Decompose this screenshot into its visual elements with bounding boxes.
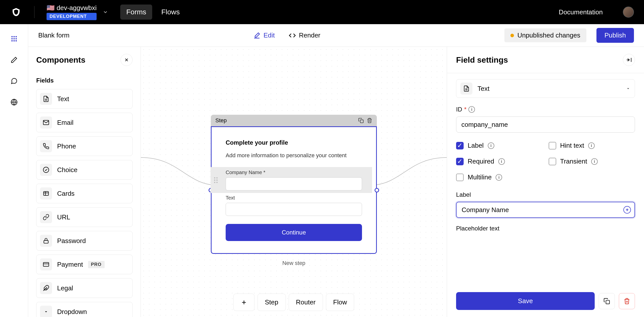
info-icon: i <box>498 158 505 165</box>
pro-badge: PRO <box>88 261 105 268</box>
mail-icon <box>40 116 52 129</box>
svg-point-17 <box>43 167 49 173</box>
add-variable-icon[interactable]: + <box>623 206 631 214</box>
cards-icon <box>40 187 52 200</box>
topbar: 🇺🇸dev-aggvwbxi DEVELOPMENT Forms Flows D… <box>0 0 644 24</box>
check-transient[interactable]: Transienti <box>549 157 635 165</box>
company-name-input-preview <box>226 177 362 190</box>
component-payment[interactable]: PaymentPRO <box>36 255 133 274</box>
canvas-toolbar: Step Router Flow <box>233 294 354 311</box>
link-icon <box>40 211 52 223</box>
component-text[interactable]: Text <box>36 89 133 109</box>
svg-point-4 <box>13 38 15 39</box>
check-multiline[interactable]: Multilinei <box>456 173 543 181</box>
collapse-icon[interactable] <box>623 54 635 66</box>
info-icon[interactable]: i <box>468 106 475 113</box>
svg-point-8 <box>15 40 17 42</box>
documentation-link[interactable]: Documentation <box>559 8 603 16</box>
svg-rect-22 <box>43 262 49 266</box>
credit-card-icon <box>40 258 52 270</box>
chevron-down-icon <box>103 9 108 15</box>
toolbar-router-button[interactable]: Router <box>289 294 323 311</box>
check-hint[interactable]: Hint texti <box>549 142 635 149</box>
component-password[interactable]: Password <box>36 231 133 251</box>
text-input-preview <box>226 203 362 216</box>
svg-point-7 <box>13 40 15 42</box>
info-icon: i <box>488 142 494 149</box>
trash-icon[interactable] <box>367 118 372 123</box>
tenant-name: dev-aggvwbxi <box>57 4 97 12</box>
document-icon <box>40 93 52 105</box>
info-icon: i <box>496 174 502 181</box>
step-subtitle: Add more information to personalize your… <box>226 151 362 160</box>
svg-point-1 <box>13 36 15 37</box>
publish-status: Unpublished changes <box>504 28 586 42</box>
duplicate-button[interactable] <box>599 293 615 309</box>
drag-handle-icon[interactable] <box>214 177 218 183</box>
svg-point-3 <box>11 38 13 39</box>
svg-rect-21 <box>44 241 48 243</box>
label-heading: Label <box>456 191 635 198</box>
close-icon[interactable] <box>120 54 133 66</box>
canvas-field-company-name[interactable]: Company Name * <box>211 167 372 193</box>
toolbar-step-button[interactable]: Step <box>258 294 286 311</box>
svg-point-6 <box>11 40 13 42</box>
node-port-right[interactable] <box>375 188 379 192</box>
subheader: Blank form Edit Render Unpublished chang… <box>28 24 644 47</box>
chat-icon[interactable] <box>10 76 19 86</box>
id-input[interactable] <box>456 116 635 133</box>
brand-logo[interactable] <box>10 6 22 18</box>
mode-render[interactable]: Render <box>287 29 322 42</box>
mode-edit[interactable]: Edit <box>251 29 277 42</box>
field-type-select[interactable]: Text <box>456 79 635 98</box>
components-title: Components <box>36 55 86 65</box>
component-url[interactable]: URL <box>36 207 133 227</box>
step-header[interactable]: Step <box>211 115 377 126</box>
apps-icon[interactable] <box>10 34 19 43</box>
component-email[interactable]: Email <box>36 113 133 132</box>
nav-tab-forms[interactable]: Forms <box>120 5 152 20</box>
status-dot-icon <box>510 34 514 37</box>
component-dropdown[interactable]: Dropdown <box>36 302 133 317</box>
caret-down-icon <box>40 306 52 317</box>
component-cards[interactable]: Cards <box>36 184 133 203</box>
canvas[interactable]: Step Complete your profile Add more info… <box>141 47 447 317</box>
svg-rect-33 <box>606 300 610 304</box>
svg-point-5 <box>15 38 17 39</box>
caret-down-icon <box>626 86 631 91</box>
feather-icon <box>40 282 52 294</box>
delete-button[interactable] <box>619 293 635 309</box>
add-button[interactable] <box>233 294 255 311</box>
nav-tab-flows[interactable]: Flows <box>155 5 186 20</box>
component-phone[interactable]: Phone <box>36 136 133 156</box>
environment-badge: DEVELOPMENT <box>47 13 97 20</box>
svg-rect-26 <box>360 120 363 123</box>
check-label[interactable]: ✓Labeli <box>456 142 543 149</box>
new-step-label[interactable]: New step <box>211 260 377 266</box>
components-panel: Components Fields TextEmailPhoneChoiceCa… <box>28 47 141 317</box>
publish-button[interactable]: Publish <box>596 28 634 43</box>
label-input[interactable] <box>456 202 635 218</box>
save-button[interactable]: Save <box>456 292 595 310</box>
component-legal[interactable]: Legal <box>36 278 133 298</box>
tenant-selector[interactable]: 🇺🇸dev-aggvwbxi DEVELOPMENT <box>47 4 108 20</box>
pencil-icon[interactable] <box>10 55 19 64</box>
canvas-field-text[interactable]: Text <box>211 192 372 218</box>
svg-point-0 <box>11 36 13 37</box>
svg-rect-18 <box>44 191 49 195</box>
avatar[interactable] <box>623 7 634 18</box>
info-icon: i <box>588 142 595 149</box>
sidebar-rail <box>0 24 28 317</box>
continue-button[interactable]: Continue <box>226 224 362 241</box>
lock-icon <box>40 235 52 247</box>
section-fields: Fields <box>28 73 141 89</box>
copy-icon[interactable] <box>358 118 364 123</box>
phone-icon <box>40 140 52 152</box>
check-required[interactable]: ✓Requiredi <box>456 157 543 165</box>
svg-point-2 <box>15 36 17 37</box>
step-card[interactable]: Complete your profile Add more informati… <box>211 126 377 254</box>
component-choice[interactable]: Choice <box>36 160 133 180</box>
info-icon: i <box>591 158 598 165</box>
globe-icon[interactable] <box>10 98 19 107</box>
toolbar-flow-button[interactable]: Flow <box>326 294 354 311</box>
